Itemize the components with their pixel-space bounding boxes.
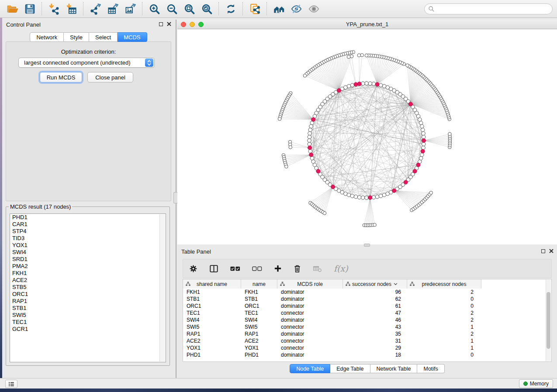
horizontal-splitter-grip[interactable] xyxy=(364,244,370,247)
mcds-result-item[interactable]: RAP1 xyxy=(10,298,166,305)
graph-node[interactable] xyxy=(350,194,354,198)
table-row[interactable]: RAP1RAP1dominator352 xyxy=(183,330,551,337)
graph-dominator-node[interactable] xyxy=(422,139,426,143)
graph-node[interactable] xyxy=(354,195,358,199)
mcds-result-item[interactable]: PMA2 xyxy=(10,263,166,270)
memory-button[interactable]: Memory xyxy=(519,379,553,388)
import-table-icon[interactable] xyxy=(62,1,80,17)
mcds-result-item[interactable]: SRD1 xyxy=(10,256,166,263)
graph-node[interactable] xyxy=(347,193,351,197)
graph-node[interactable] xyxy=(379,83,383,87)
first-neighbors-icon[interactable] xyxy=(270,1,287,17)
graph-node[interactable] xyxy=(365,82,369,86)
table-row[interactable]: FKH1FKH1dominator962 xyxy=(183,289,551,296)
hide-selected-icon[interactable] xyxy=(287,1,305,17)
close-table-panel-icon[interactable] xyxy=(549,249,554,253)
graph-node[interactable] xyxy=(420,124,424,128)
column-header-predecessor-nodes[interactable]: predecessor nodes xyxy=(407,279,481,289)
tab-network-table[interactable]: Network Table xyxy=(370,364,418,373)
graph-node[interactable] xyxy=(419,156,423,160)
close-panel-icon[interactable] xyxy=(167,22,171,26)
graph-node[interactable] xyxy=(323,212,326,215)
graph-node[interactable] xyxy=(361,82,365,86)
select-columns-icon[interactable] xyxy=(209,265,218,273)
graph-node[interactable] xyxy=(375,195,379,199)
criterion-dropdown[interactable]: largest connected component (undirected) xyxy=(18,58,155,68)
graph-node[interactable] xyxy=(285,165,288,168)
table-row[interactable]: YOX1YOX1connector291 xyxy=(183,344,551,351)
table-scrollbar-thumb[interactable] xyxy=(547,292,550,349)
table-row[interactable]: TEC1TEC1connector472 xyxy=(183,309,551,316)
new-network-from-selection-icon[interactable] xyxy=(246,1,263,17)
mcds-result-item[interactable]: STB1 xyxy=(10,305,166,312)
import-network-icon[interactable] xyxy=(45,1,62,17)
graph-node[interactable] xyxy=(308,131,312,135)
table-row[interactable]: SWI4SWI4dominator462 xyxy=(183,316,551,323)
graph-node[interactable] xyxy=(308,139,311,143)
unselect-all-rows-icon[interactable] xyxy=(252,266,262,271)
graph-dominator-node[interactable] xyxy=(354,83,358,86)
graph-node[interactable] xyxy=(379,194,383,198)
mcds-result-item[interactable]: ORC1 xyxy=(10,291,166,298)
graph-dominator-node[interactable] xyxy=(404,180,408,184)
zoom-selected-icon[interactable] xyxy=(198,1,215,17)
column-header-MCDS-role[interactable]: MCDS role xyxy=(277,279,343,289)
graph-node[interactable] xyxy=(422,146,426,150)
graph-node[interactable] xyxy=(278,117,281,121)
mcds-result-item[interactable]: TEC1 xyxy=(10,319,166,326)
graph-node[interactable] xyxy=(422,135,426,139)
float-panel-icon[interactable] xyxy=(159,22,163,26)
export-network-icon[interactable] xyxy=(86,1,104,17)
panel-selector-button[interactable] xyxy=(5,380,17,388)
graph-node[interactable] xyxy=(303,74,307,78)
graph-node[interactable] xyxy=(365,196,369,200)
mcds-result-item[interactable]: STB5 xyxy=(10,284,166,291)
graph-node[interactable] xyxy=(406,64,409,67)
graph-node[interactable] xyxy=(357,54,361,57)
tab-select[interactable]: Select xyxy=(89,32,118,42)
search-input[interactable] xyxy=(435,4,552,14)
node-table[interactable]: shared namenameMCDS rolesuccessor nodesp… xyxy=(183,279,552,362)
zoom-fit-icon[interactable] xyxy=(180,1,198,17)
graph-node[interactable] xyxy=(350,83,354,87)
search-box[interactable] xyxy=(424,3,553,14)
table-settings-icon[interactable] xyxy=(189,265,197,273)
graph-dominator-node[interactable] xyxy=(337,89,341,93)
graph-node[interactable] xyxy=(422,142,426,146)
refresh-icon[interactable] xyxy=(222,1,239,17)
graph-dominator-node[interactable] xyxy=(413,169,417,173)
table-row[interactable]: ORC1ORC1dominator610 xyxy=(183,303,551,309)
show-hidden-icon[interactable] xyxy=(305,1,322,17)
graph-dominator-node[interactable] xyxy=(368,196,372,199)
graph-node[interactable] xyxy=(308,128,312,132)
mcds-result-item[interactable]: STP4 xyxy=(10,228,166,235)
graph-node[interactable] xyxy=(289,146,292,149)
mcds-list-scrollbar[interactable] xyxy=(159,214,165,361)
select-all-rows-icon[interactable] xyxy=(230,266,240,271)
float-table-panel-icon[interactable] xyxy=(541,249,545,253)
delete-rows-icon[interactable] xyxy=(294,265,301,273)
table-row[interactable]: SWI5SWI5connector431 xyxy=(183,323,551,330)
zoom-in-icon[interactable] xyxy=(145,1,163,17)
open-file-icon[interactable] xyxy=(3,1,21,17)
table-row[interactable]: ACE2ACE2connector311 xyxy=(183,337,551,344)
graph-dominator-node[interactable] xyxy=(421,149,425,153)
graph-dominator-node[interactable] xyxy=(357,82,361,86)
graph-node[interactable] xyxy=(347,55,350,59)
graph-node[interactable] xyxy=(361,196,365,199)
graph-node[interactable] xyxy=(309,124,313,128)
graph-node[interactable] xyxy=(382,84,386,88)
mcds-result-item[interactable]: CAR1 xyxy=(10,221,166,228)
graph-node[interactable] xyxy=(421,128,425,132)
graph-dominator-node[interactable] xyxy=(331,185,335,189)
tab-edge-table[interactable]: Edge Table xyxy=(330,364,370,373)
column-header-shared-name[interactable]: shared name xyxy=(183,279,241,289)
graph-node[interactable] xyxy=(308,142,311,146)
graph-dominator-node[interactable] xyxy=(392,189,396,193)
mcds-result-item[interactable]: TID3 xyxy=(10,235,166,242)
graph-node[interactable] xyxy=(372,82,376,86)
close-panel-button[interactable]: Close panel xyxy=(87,72,133,83)
graph-node[interactable] xyxy=(357,196,361,199)
graph-node[interactable] xyxy=(308,135,311,139)
mcds-result-item[interactable]: GCR1 xyxy=(10,326,166,333)
